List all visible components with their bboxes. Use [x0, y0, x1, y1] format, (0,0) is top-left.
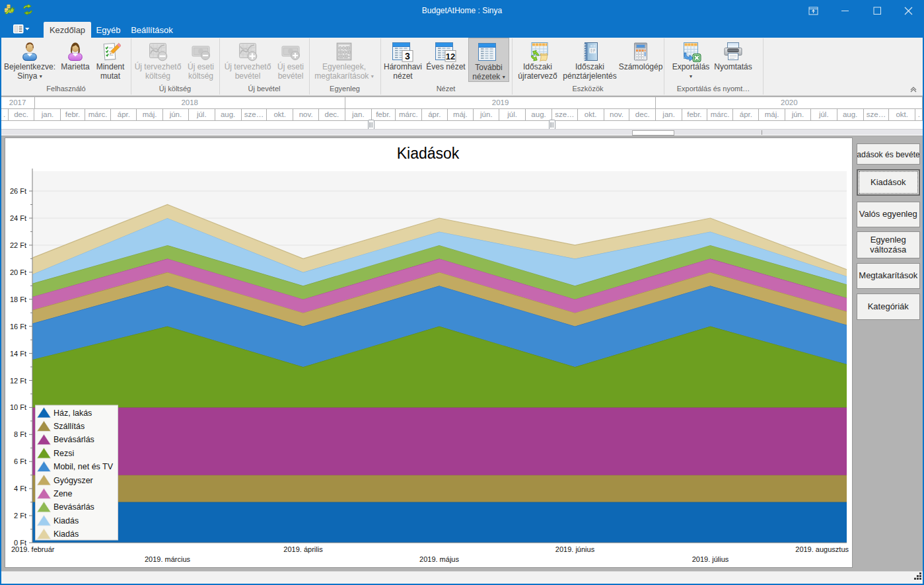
svg-text:2019. április: 2019. április	[283, 545, 323, 553]
svg-text:2019. július: 2019. július	[692, 555, 729, 563]
svg-text:18 Ft: 18 Ft	[10, 295, 26, 303]
svg-text:Kiadás: Kiadás	[53, 516, 79, 526]
svg-text:8 Ft: 8 Ft	[14, 430, 26, 438]
svg-text:20 Ft: 20 Ft	[10, 268, 26, 276]
svg-text:26 Ft: 26 Ft	[10, 187, 26, 195]
svg-text:3: 3	[405, 51, 410, 61]
svg-text:2019. március: 2019. március	[145, 555, 191, 563]
svg-text:Kiadás: Kiadás	[53, 529, 79, 539]
svg-text:Ház, lakás: Ház, lakás	[53, 409, 92, 418]
svg-text:12 Ft: 12 Ft	[10, 377, 26, 385]
svg-text:14 Ft: 14 Ft	[10, 350, 26, 358]
svg-text:2019. augusztus: 2019. augusztus	[795, 545, 849, 553]
svg-text:Rezsi: Rezsi	[53, 449, 74, 458]
svg-text:4 Ft: 4 Ft	[14, 485, 26, 492]
svg-text:Kiadások: Kiadások	[397, 145, 460, 162]
svg-text:2019. február: 2019. február	[11, 545, 55, 553]
svg-text:Gyógyszer: Gyógyszer	[53, 476, 93, 485]
svg-text:16 Ft: 16 Ft	[10, 323, 26, 331]
svg-text:Zene: Zene	[53, 489, 73, 498]
svg-text:2019. június: 2019. június	[555, 545, 595, 553]
svg-text:Bevásárlás: Bevásárlás	[53, 502, 94, 512]
svg-text:22 Ft: 22 Ft	[10, 241, 26, 249]
svg-text:10 Ft: 10 Ft	[10, 403, 26, 411]
svg-text:Bevásárlás: Bevásárlás	[53, 435, 94, 444]
svg-text:Szállítás: Szállítás	[53, 422, 85, 431]
svg-text:Mobil, net és TV: Mobil, net és TV	[53, 462, 114, 471]
svg-text:2 Ft: 2 Ft	[14, 512, 26, 520]
svg-text:24 Ft: 24 Ft	[10, 214, 26, 222]
svg-text:6 Ft: 6 Ft	[14, 457, 26, 465]
svg-text:12: 12	[446, 52, 455, 61]
svg-text:2019. május: 2019. május	[419, 555, 459, 563]
